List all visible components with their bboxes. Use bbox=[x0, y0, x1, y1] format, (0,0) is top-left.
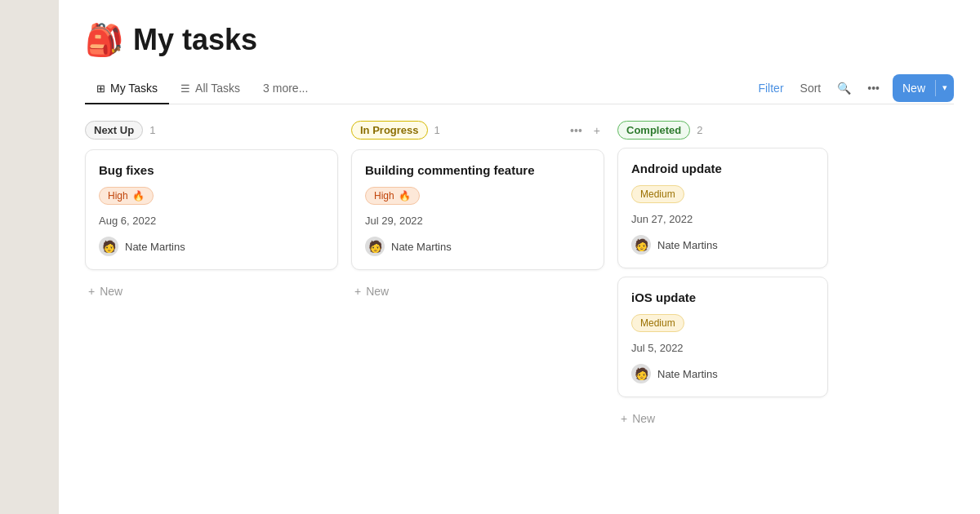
column-label-completed: Completed bbox=[617, 121, 690, 140]
assignee-name-1: Nate Martins bbox=[125, 241, 185, 253]
avatar-2: 🧑 bbox=[365, 237, 385, 256]
column-more-button-in-progress[interactable]: ••• bbox=[566, 122, 586, 139]
card-commenting-feature[interactable]: Building commenting feature High 🔥 Jul 2… bbox=[351, 149, 604, 270]
add-new-label-3: New bbox=[632, 412, 655, 425]
priority-badge-high-2: High 🔥 bbox=[365, 187, 420, 205]
board: Next Up 1 Bug fixes High 🔥 Aug 6, 2022 🧑… bbox=[59, 104, 980, 514]
ellipsis-icon: ••• bbox=[867, 82, 880, 95]
add-new-in-progress[interactable]: + New bbox=[351, 278, 604, 304]
priority-badge-high-1: High 🔥 bbox=[99, 187, 154, 205]
column-label-next-up: Next Up bbox=[85, 121, 143, 140]
tabs-left: ⊞ My Tasks ☰ All Tasks 3 more... bbox=[85, 73, 751, 104]
sort-button[interactable]: Sort bbox=[794, 77, 828, 100]
sidebar bbox=[0, 0, 59, 514]
card-assignee-3: 🧑 Nate Martins bbox=[631, 235, 814, 255]
column-header-completed: Completed 2 bbox=[617, 121, 828, 140]
main-content: 🎒 My tasks ⊞ My Tasks ☰ All Tasks 3 more… bbox=[59, 0, 980, 514]
priority-label-3: Medium bbox=[640, 188, 675, 200]
column-completed: Completed 2 Android update Medium Jun 27… bbox=[617, 121, 828, 432]
search-button[interactable]: 🔍 bbox=[831, 77, 858, 100]
avatar-4: 🧑 bbox=[631, 364, 651, 383]
page-emoji: 🎒 bbox=[85, 24, 123, 55]
column-label-in-progress: In Progress bbox=[351, 121, 428, 140]
page-title: My tasks bbox=[133, 23, 257, 57]
card-assignee-1: 🧑 Nate Martins bbox=[99, 237, 324, 256]
card-date-4: Jul 5, 2022 bbox=[631, 342, 814, 354]
priority-label-2: High bbox=[374, 190, 394, 202]
add-new-next-up[interactable]: + New bbox=[85, 278, 338, 304]
header: 🎒 My tasks ⊞ My Tasks ☰ All Tasks 3 more… bbox=[59, 0, 980, 104]
card-assignee-4: 🧑 Nate Martins bbox=[631, 364, 814, 383]
tab-more-label: 3 more... bbox=[263, 82, 308, 95]
search-icon: 🔍 bbox=[837, 82, 851, 95]
card-title-ios: iOS update bbox=[631, 290, 814, 304]
column-header-in-progress: In Progress 1 ••• + bbox=[351, 121, 604, 140]
sort-label: Sort bbox=[800, 82, 822, 95]
card-bug-fixes[interactable]: Bug fixes High 🔥 Aug 6, 2022 🧑 Nate Mart… bbox=[85, 149, 338, 270]
add-new-label-1: New bbox=[100, 285, 122, 298]
list-icon: ☰ bbox=[180, 82, 190, 95]
avatar-1: 🧑 bbox=[99, 237, 118, 256]
column-count-next-up: 1 bbox=[149, 124, 155, 136]
column-header-next-up: Next Up 1 bbox=[85, 121, 338, 140]
plus-icon-1: + bbox=[88, 285, 95, 298]
card-ios-update[interactable]: iOS update Medium Jul 5, 2022 🧑 Nate Mar… bbox=[617, 277, 828, 397]
card-assignee-2: 🧑 Nate Martins bbox=[365, 237, 590, 256]
new-button-label: New bbox=[893, 82, 935, 95]
filter-label: Filter bbox=[758, 82, 783, 95]
assignee-name-3: Nate Martins bbox=[657, 239, 718, 251]
tab-my-tasks[interactable]: ⊞ My Tasks bbox=[85, 73, 169, 104]
priority-badge-medium-2: Medium bbox=[631, 314, 684, 332]
new-button[interactable]: New ▾ bbox=[893, 74, 954, 102]
grid-icon: ⊞ bbox=[96, 82, 105, 95]
assignee-name-2: Nate Martins bbox=[391, 241, 452, 253]
column-add-button-in-progress[interactable]: + bbox=[590, 122, 604, 139]
fire-icon-2: 🔥 bbox=[399, 190, 411, 202]
card-date-1: Aug 6, 2022 bbox=[99, 215, 324, 227]
priority-label-1: High bbox=[108, 190, 128, 202]
card-title-commenting: Building commenting feature bbox=[365, 163, 590, 177]
add-new-label-2: New bbox=[366, 285, 389, 298]
card-date-2: Jul 29, 2022 bbox=[365, 215, 590, 227]
fire-icon-1: 🔥 bbox=[132, 190, 145, 202]
priority-label-4: Medium bbox=[640, 317, 675, 329]
caret-down-icon: ▾ bbox=[936, 82, 954, 93]
filter-button[interactable]: Filter bbox=[751, 77, 790, 100]
column-count-completed: 2 bbox=[697, 124, 702, 136]
assignee-name-4: Nate Martins bbox=[657, 368, 718, 380]
tabs-actions: Filter Sort 🔍 ••• New ▾ bbox=[751, 74, 954, 104]
card-date-3: Jun 27, 2022 bbox=[631, 213, 814, 225]
tabs-row: ⊞ My Tasks ☰ All Tasks 3 more... Filter … bbox=[85, 73, 954, 104]
card-title-android: Android update bbox=[631, 162, 814, 175]
plus-icon-2: + bbox=[354, 285, 361, 298]
tab-my-tasks-label: My Tasks bbox=[110, 82, 158, 95]
more-button[interactable]: ••• bbox=[861, 77, 886, 100]
priority-badge-medium-1: Medium bbox=[631, 185, 684, 203]
tab-more[interactable]: 3 more... bbox=[252, 73, 319, 104]
column-count-in-progress: 1 bbox=[434, 124, 440, 136]
tab-all-tasks[interactable]: ☰ All Tasks bbox=[169, 73, 252, 104]
add-new-completed[interactable]: + New bbox=[617, 405, 828, 432]
column-actions-in-progress: ••• + bbox=[566, 122, 604, 139]
card-android-update[interactable]: Android update Medium Jun 27, 2022 🧑 Nat… bbox=[617, 148, 828, 268]
tab-all-tasks-label: All Tasks bbox=[195, 82, 240, 95]
plus-icon-3: + bbox=[621, 412, 627, 425]
avatar-3: 🧑 bbox=[631, 235, 651, 255]
column-in-progress: In Progress 1 ••• + Building commenting … bbox=[351, 121, 604, 304]
page-title-row: 🎒 My tasks bbox=[85, 23, 954, 57]
column-next-up: Next Up 1 Bug fixes High 🔥 Aug 6, 2022 🧑… bbox=[85, 121, 338, 304]
card-title-bug-fixes: Bug fixes bbox=[99, 163, 324, 177]
